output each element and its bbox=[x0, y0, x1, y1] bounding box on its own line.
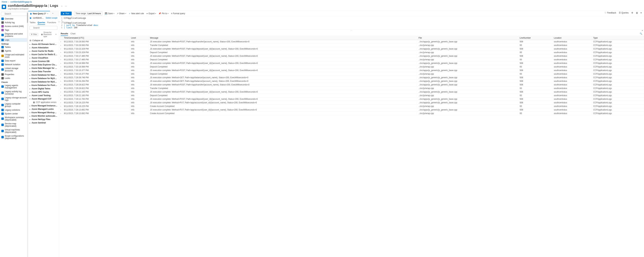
tree-item[interactable]: ▸Azure Database for MySQL Servers bbox=[28, 80, 59, 83]
nav-usage-and-estimated-costs[interactable]: Usage and estimated costs bbox=[0, 53, 28, 59]
nav-overview[interactable]: Overview bbox=[0, 17, 28, 21]
column-header[interactable]: Level bbox=[130, 36, 148, 40]
nav-diagnose-and-solve-problems[interactable]: Diagnose and solve problems bbox=[0, 32, 28, 38]
collapse-panel-icon[interactable]: « bbox=[62, 21, 64, 25]
tree-item[interactable]: ▸Azure Database for PostgreSQL Se bbox=[28, 83, 59, 87]
nav-agents[interactable]: Agents bbox=[0, 49, 28, 53]
expand-row-icon[interactable]: › bbox=[59, 76, 62, 79]
expand-row-icon[interactable]: › bbox=[59, 69, 62, 72]
table-row[interactable]: ›9/11/2023, 7:33:17.485 PMinfoJS executi… bbox=[59, 54, 644, 58]
expand-row-icon[interactable]: › bbox=[59, 87, 62, 90]
expand-row-icon[interactable]: › bbox=[59, 51, 62, 54]
expand-row-icon[interactable]: › bbox=[59, 79, 62, 83]
star-icon[interactable]: ☆ bbox=[61, 5, 63, 7]
column-header[interactable] bbox=[59, 36, 62, 40]
tree-item[interactable]: ▸Azure Data Manager for Energy bbox=[28, 66, 59, 70]
table-row[interactable]: ›9/11/2023, 7:29:28.822 PMinfoJS executi… bbox=[59, 83, 644, 87]
tree-subitem[interactable]: ▦CCF application errors bbox=[28, 101, 59, 104]
more-icon[interactable]: ⋯ bbox=[65, 5, 67, 7]
expand-row-icon[interactable]: › bbox=[59, 43, 62, 47]
nav-scope-configurations-deprecated-[interactable]: Scope configurations (deprecated) bbox=[0, 134, 28, 140]
chevron-down-icon[interactable]: ▾ bbox=[640, 11, 642, 14]
expand-row-icon[interactable]: › bbox=[59, 58, 62, 61]
tree-item[interactable]: ▸Azure Data Explorer Clusters bbox=[28, 63, 59, 66]
splitter[interactable]: ⋯ « bbox=[59, 30, 644, 31]
column-header[interactable]: Type bbox=[592, 36, 644, 40]
expand-row-icon[interactable]: › bbox=[59, 61, 62, 65]
nav-tables[interactable]: Tables bbox=[0, 45, 28, 49]
nav-virtual-machines-deprecated-[interactable]: Virtual machines (deprecated) bbox=[0, 128, 28, 134]
table-row[interactable]: ›9/11/2023, 7:33:16.566 PMinfoDeposit Co… bbox=[59, 65, 644, 69]
nav-tags[interactable]: Tags bbox=[0, 28, 28, 32]
table-row[interactable]: ›9/11/2023, 7:29:22.160 PMinfoDeposit Co… bbox=[59, 94, 644, 97]
nav-properties[interactable]: Properties bbox=[0, 73, 28, 76]
table-row[interactable]: ›9/11/2023, 7:29:12.783 PMinfoJS executi… bbox=[59, 97, 644, 101]
breadcrumb-resource[interactable]: confidentialbillingapp-la bbox=[10, 1, 32, 3]
table-row[interactable]: ›9/11/2023, 7:28:13.692 PMinfoCreate Acc… bbox=[59, 112, 644, 115]
expand-row-icon[interactable]: › bbox=[59, 47, 62, 51]
column-header[interactable]: Location bbox=[552, 36, 592, 40]
tab-queries[interactable]: Queries bbox=[38, 21, 45, 25]
nav-legacy-activity-log-connector[interactable]: Legacy activity log connector bbox=[0, 90, 28, 96]
feedback-button[interactable]: ♡Feedback bbox=[604, 11, 616, 14]
expand-row-icon[interactable]: › bbox=[59, 40, 62, 43]
filter-button[interactable]: ⧩Filter bbox=[30, 33, 38, 36]
table-row[interactable]: ›9/11/2023, 7:33:29.593 PMinfoJS executi… bbox=[59, 40, 644, 43]
nav-locks[interactable]: Locks bbox=[0, 76, 28, 80]
expand-row-icon[interactable]: › bbox=[59, 94, 62, 97]
expand-row-icon[interactable]: › bbox=[59, 83, 62, 87]
table-row[interactable]: ›9/11/2023, 7:29:34.294 PMinfoJS executi… bbox=[59, 79, 644, 83]
table-row[interactable]: ›9/11/2023, 7:28:13.692 PMinfoJS executi… bbox=[59, 108, 644, 112]
column-header[interactable]: Message bbox=[148, 36, 417, 40]
tab-new-query[interactable]: ▣ New Query 1* × bbox=[28, 11, 50, 16]
tree-item[interactable]: ▾Azure Managed CCF bbox=[28, 97, 59, 101]
panel-search-input[interactable] bbox=[30, 26, 58, 30]
expand-row-icon[interactable]: › bbox=[59, 54, 62, 58]
query-editor[interactable]: 1CCFApplicationLogs23CCFApplicationLogs4… bbox=[59, 16, 644, 30]
tree-item[interactable]: ▸Azure Cache for Redis bbox=[28, 49, 59, 53]
tree-item[interactable]: ▸Azure Digital Twins bbox=[28, 87, 59, 90]
pin-button[interactable]: 📌Pin to▾ bbox=[158, 12, 168, 15]
tree-item[interactable]: ▸Azure Managed Workspace for Gra bbox=[28, 111, 59, 114]
nav-legacy-computer-groups[interactable]: Legacy computer groups bbox=[0, 102, 28, 108]
save-button[interactable]: 💾Save▾ bbox=[105, 12, 114, 15]
queries-button[interactable]: ☰Queries bbox=[619, 11, 628, 14]
column-header[interactable]: TimeGenerated [UTC] bbox=[62, 36, 130, 40]
column-header[interactable]: File bbox=[417, 36, 518, 40]
expand-row-icon[interactable]: › bbox=[59, 108, 62, 112]
table-row[interactable]: ›9/11/2023, 7:33:23.329 PMinfoJS executi… bbox=[59, 47, 644, 51]
tab-tables[interactable]: Tables bbox=[30, 21, 36, 25]
tree-item[interactable]: ▸Azure Managed Instance for Apach bbox=[28, 104, 59, 107]
tree-item[interactable]: ▸Azure Managed Lustre bbox=[28, 107, 59, 111]
tree-item[interactable]: ▸Azure AD Domain Services bbox=[28, 42, 59, 46]
expand-row-icon[interactable]: › bbox=[59, 72, 62, 76]
table-row[interactable]: ›9/11/2023, 7:28:19.225 PMinfoJS executi… bbox=[59, 101, 644, 104]
table-row[interactable]: ›9/11/2023, 7:29:39.746 PMinfoJS executi… bbox=[59, 76, 644, 79]
table-row[interactable]: ›9/11/2023, 7:33:16.566 PMinfoJS executi… bbox=[59, 61, 644, 65]
expand-row-icon[interactable]: › bbox=[59, 112, 62, 115]
settings-icon[interactable]: ⚙ bbox=[631, 11, 633, 14]
expand-icon[interactable]: « bbox=[642, 29, 643, 31]
tree-item[interactable]: ▸Azure Database for MariaDB Serve bbox=[28, 73, 59, 77]
tree-item[interactable]: ▸Azure NetApp Files bbox=[28, 118, 59, 121]
nav-legacy-agents-management[interactable]: Legacy agents management bbox=[0, 83, 28, 90]
nav-access-control-iam-[interactable]: Access control (IAM) bbox=[0, 24, 28, 28]
tree-item[interactable]: ▸Azure Monitor autoscale settings bbox=[28, 114, 59, 118]
nav-logs[interactable]: Logs bbox=[0, 38, 28, 42]
column-header[interactable]: LineNumber bbox=[518, 36, 552, 40]
tree-item[interactable]: ▸Azure HPC Cache bbox=[28, 90, 59, 94]
tree-item[interactable]: ▸Azure Database for MySQL Flexible bbox=[28, 77, 59, 80]
expand-row-icon[interactable]: › bbox=[59, 101, 62, 104]
run-button[interactable]: Run bbox=[61, 11, 72, 15]
nav-data-export[interactable]: Data export bbox=[0, 59, 28, 63]
tree-item[interactable]: ▸Azure Sentinel bbox=[28, 121, 59, 124]
expand-row-icon[interactable]: › bbox=[59, 97, 62, 101]
time-range-picker[interactable]: Time range : Last 24 hours bbox=[74, 11, 102, 15]
search-results-icon[interactable]: 🔍 bbox=[640, 32, 642, 36]
tree-item[interactable]: ▸Azure CloudHsm bbox=[28, 56, 59, 60]
more-icon[interactable]: ⋯ bbox=[58, 21, 60, 25]
panel-icon[interactable]: ▥ bbox=[636, 11, 638, 14]
tree-item[interactable]: ▸Azure Data Transfer bbox=[28, 70, 59, 73]
new-alert-button[interactable]: ＋New alert rule bbox=[128, 12, 144, 15]
tab-chart[interactable]: Chart bbox=[70, 32, 76, 36]
